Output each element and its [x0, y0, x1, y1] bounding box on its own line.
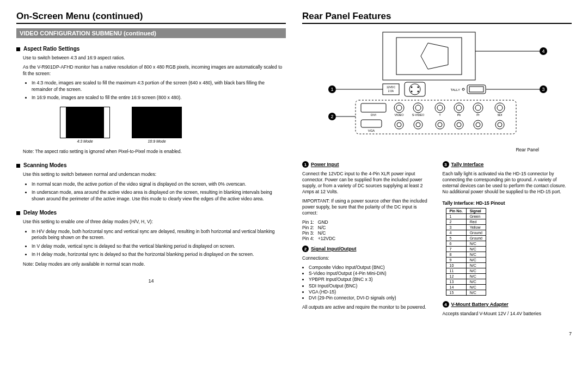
- rear-caption: Rear Panel: [302, 147, 539, 152]
- aspect-169-inner: [132, 107, 181, 138]
- col-left: 1Power Input Connect the 12VDC input to …: [302, 158, 432, 320]
- rear-diagram: 4 12VDC 2.0A TALLY 1 3: [302, 29, 572, 152]
- f3-p1: Each tally light is activated via the HD…: [443, 171, 572, 195]
- svg-point-55: [457, 122, 461, 127]
- tally-pin: 9: [446, 258, 466, 263]
- right-page-title: Rear Panel Features: [302, 11, 572, 24]
- tally-row: 1Green: [446, 214, 486, 219]
- f3-heading-text: Tally Interface: [451, 162, 484, 167]
- svg-point-39: [454, 103, 464, 113]
- scan-b2: In underscan mode, area around the activ…: [32, 189, 286, 202]
- svg-text:SDI: SDI: [497, 113, 503, 117]
- svg-text:Pb: Pb: [457, 113, 461, 117]
- svg-point-11: [411, 87, 412, 88]
- svg-text:2: 2: [330, 114, 333, 119]
- tally-row: 11N/C: [446, 268, 486, 274]
- svg-rect-9: [405, 82, 425, 96]
- aspect-169-frame: [132, 107, 182, 138]
- tally-pin: 4: [446, 230, 466, 236]
- aspect-169-box: 16:9 Mode: [132, 107, 182, 143]
- f1-p1: Connect the 12VDC input to the 4-Pin XLR…: [302, 171, 432, 195]
- tally-pin: 14: [446, 285, 466, 290]
- svg-point-34: [415, 105, 421, 111]
- tally-row: 14N/C: [446, 285, 486, 290]
- svg-text:4: 4: [542, 48, 544, 54]
- tally-table-title: Tally Interface: HD-15 Pinout: [443, 200, 572, 206]
- submenu-bar: VIDEO CONFIGURATION SUBMENU (continued): [16, 28, 286, 38]
- svg-point-42: [473, 103, 483, 113]
- tally-pin: 12: [446, 274, 466, 279]
- tally-signal: N/C: [466, 241, 486, 247]
- tally-pin: 8: [446, 252, 466, 258]
- tally-pin: 3: [446, 225, 466, 230]
- tally-signal: Yellow: [466, 225, 486, 230]
- aspect-43-inner: [66, 107, 104, 138]
- svg-point-10: [409, 84, 420, 95]
- svg-point-13: [411, 91, 412, 93]
- tally-row: 12N/C: [446, 274, 486, 279]
- svg-text:TALLY: TALLY: [450, 88, 460, 91]
- tally-signal: N/C: [466, 279, 486, 285]
- left-pagenum: 14: [16, 278, 286, 284]
- tally-row: 6N/C: [446, 241, 486, 247]
- svg-text:2.0A: 2.0A: [388, 89, 394, 93]
- svg-marker-2: [421, 43, 448, 69]
- f1-p2: IMPORTANT: If using a power source other…: [302, 198, 432, 216]
- svg-point-37: [437, 105, 443, 111]
- tally-th1: Pin No.: [446, 209, 466, 214]
- aspect-169-caption: 16:9 Mode: [132, 139, 182, 143]
- svg-point-58: [495, 120, 504, 129]
- f4-heading-text: V-Mount Battery Adapter: [451, 302, 509, 307]
- svg-point-40: [456, 105, 462, 111]
- aspect-b2: In 16:9 mode, images are scaled to fill …: [32, 95, 286, 101]
- f2-heading-text: Signal Input/Output: [311, 246, 356, 252]
- right-pagenum: 7: [302, 331, 572, 336]
- svg-text:VGA: VGA: [367, 129, 375, 132]
- page-spread: On-Screen Menu (continued) VIDEO CONFIGU…: [16, 11, 572, 336]
- svg-point-31: [396, 105, 402, 111]
- f2-heading: 2Signal Input/Output: [302, 246, 432, 252]
- tally-pin: 10: [446, 263, 466, 268]
- f2-p1: Connections:: [302, 255, 432, 261]
- tally-pin: 6: [446, 241, 466, 247]
- scan-heading-text: Scanning Modes: [23, 162, 66, 168]
- tally-pin: 5: [446, 236, 466, 241]
- rear-panel-svg: 4 12VDC 2.0A TALLY 1 3: [323, 29, 552, 144]
- tally-row: 13N/C: [446, 279, 486, 285]
- svg-point-45: [495, 103, 505, 113]
- f2-connections: Composite Video Input/Output (BNC) S-Vid…: [309, 265, 432, 301]
- tally-pin: 15: [446, 290, 466, 296]
- tally-row: 4Ground: [446, 230, 486, 236]
- callout-2-icon: 2: [302, 246, 309, 252]
- svg-point-49: [397, 122, 401, 127]
- f4-heading: 4V-Mount Battery Adapter: [443, 301, 572, 308]
- svg-text:Pr: Pr: [476, 113, 480, 117]
- square-bullet-icon: [16, 164, 20, 168]
- left-page: On-Screen Menu (continued) VIDEO CONFIGU…: [16, 11, 286, 336]
- svg-rect-28: [361, 120, 382, 127]
- svg-text:Y: Y: [439, 113, 441, 117]
- svg-point-33: [413, 103, 423, 113]
- tally-row: 2Red: [446, 219, 486, 225]
- svg-rect-17: [467, 85, 486, 94]
- delay-bullets: In H/V delay mode, both horizontal sync …: [32, 229, 286, 258]
- tally-pin: 1: [446, 214, 466, 219]
- svg-text:S-VIDEO: S-VIDEO: [412, 113, 424, 117]
- col-right: 3Tally Interface Each tally light is act…: [443, 158, 572, 320]
- f3-heading: 3Tally Interface: [443, 161, 572, 168]
- svg-point-36: [435, 103, 445, 113]
- f2-c5: VGA (HD-15): [309, 289, 432, 295]
- square-bullet-icon: [16, 47, 20, 51]
- svg-point-52: [436, 120, 444, 129]
- aspect-b1: In 4:3 mode, images are scaled to fill t…: [32, 80, 286, 93]
- svg-point-56: [474, 120, 482, 129]
- scan-p1: Use this setting to switch between norma…: [23, 171, 286, 177]
- tally-pin: 11: [446, 268, 466, 274]
- callout-4-icon: 4: [443, 301, 449, 308]
- delay-heading-text: Delay Modes: [23, 210, 57, 216]
- tally-signal: N/C: [466, 252, 486, 258]
- svg-point-50: [414, 120, 422, 129]
- tally-row: 3Yellow: [446, 225, 486, 230]
- aspect-43-caption: 4:3 Mode: [60, 139, 110, 143]
- svg-point-51: [416, 122, 420, 127]
